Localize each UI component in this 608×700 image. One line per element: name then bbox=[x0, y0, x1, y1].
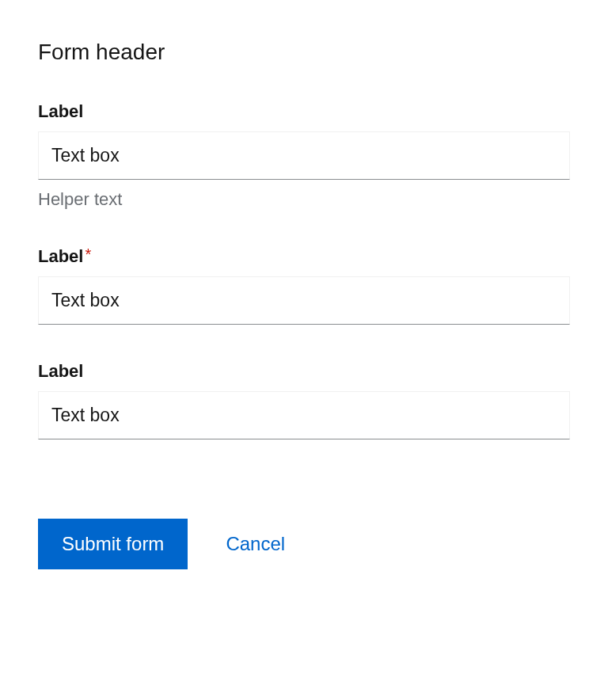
cancel-button[interactable]: Cancel bbox=[226, 519, 285, 569]
helper-text-1: Helper text bbox=[38, 189, 570, 210]
field-label-2: Label* bbox=[38, 246, 570, 267]
form-group-3: Label bbox=[38, 361, 570, 439]
text-input-2[interactable] bbox=[38, 276, 570, 325]
field-label-3: Label bbox=[38, 361, 570, 382]
button-row: Submit form Cancel bbox=[38, 519, 570, 569]
field-label-2-text: Label bbox=[38, 246, 83, 266]
submit-button[interactable]: Submit form bbox=[38, 519, 188, 569]
form-header: Form header bbox=[38, 40, 570, 65]
required-asterisk-icon: * bbox=[85, 245, 91, 263]
text-input-3[interactable] bbox=[38, 391, 570, 439]
form-group-1: Label Helper text bbox=[38, 101, 570, 210]
field-label-1: Label bbox=[38, 101, 570, 122]
form-group-2: Label* bbox=[38, 246, 570, 325]
text-input-1[interactable] bbox=[38, 131, 570, 180]
